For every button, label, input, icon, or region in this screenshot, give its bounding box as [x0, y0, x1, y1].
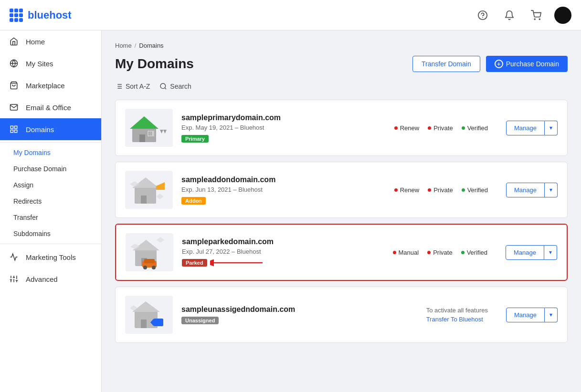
page-header: My Domains Transfer Domain + Purchase Do…: [115, 56, 568, 72]
svg-marker-38: [156, 182, 165, 190]
stat-dot-renew: [394, 126, 398, 130]
domain-actions-parked: Manage ▾: [506, 245, 557, 260]
stat-renew-primary: Renew: [394, 124, 419, 132]
manage-button-unassigned[interactable]: Manage: [506, 308, 545, 322]
home-icon: [10, 37, 20, 46]
sort-label: Sort A-Z: [126, 83, 150, 90]
sidebar-item-advanced-label: Advanced: [26, 275, 58, 283]
sidebar-sub-my-domains[interactable]: My Domains: [0, 144, 101, 161]
manage-caret-unassigned[interactable]: ▾: [545, 308, 558, 322]
search-icon: [159, 83, 167, 90]
svg-rect-55: [154, 319, 163, 326]
logo-grid-icon: [10, 9, 23, 22]
stat-private-addon: Private: [428, 186, 453, 194]
stat-label-renew: Renew: [400, 124, 419, 132]
sidebar-item-marketplace[interactable]: Marketplace: [0, 74, 101, 96]
sidebar-divider-2: [0, 244, 101, 244]
svg-rect-37: [141, 196, 147, 204]
domain-info-addon: sampleaddondomain.com Exp. Jun 13, 2021 …: [181, 175, 386, 205]
sidebar-sub-purchase-domain-label: Purchase Domain: [13, 165, 66, 173]
search-button[interactable]: Search: [159, 81, 191, 92]
manage-caret-primary[interactable]: ▾: [545, 121, 558, 135]
primary-domain-illustration: [127, 111, 170, 145]
parked-badge-row: Parked: [182, 258, 384, 268]
breadcrumb: Home / Domains: [115, 42, 568, 49]
cart-icon[interactable]: [528, 7, 545, 24]
manage-button-primary[interactable]: Manage: [506, 121, 545, 135]
sidebar-sub-subdomains[interactable]: Subdomains: [0, 226, 101, 242]
domain-exp-parked: Exp. Jul 27, 2022 – Bluehost: [182, 248, 384, 255]
purchase-plus-icon: +: [495, 60, 503, 68]
domain-name-addon: sampleaddondomain.com: [181, 175, 386, 184]
svg-point-25: [160, 83, 166, 89]
stat-label-private: Private: [433, 124, 453, 132]
domain-info-unassigned: sampleunassigedndomain.com Unassigned: [181, 305, 418, 324]
stat-dot-manual: [393, 251, 396, 254]
sidebar-item-home[interactable]: Home: [0, 31, 101, 52]
stat-dot-verified: [462, 126, 465, 130]
domain-stats-addon: Renew Private Verified: [394, 186, 488, 194]
manage-caret-parked[interactable]: ▾: [544, 245, 557, 260]
domain-name-unassigned: sampleunassigedndomain.com: [181, 305, 418, 314]
stat-renew-addon: Renew: [394, 186, 419, 194]
sidebar-item-marketing-tools[interactable]: Marketing Tools: [0, 246, 101, 268]
user-avatar[interactable]: [554, 7, 571, 24]
svg-marker-34: [163, 130, 167, 134]
domain-thumb-unassigned: [125, 296, 173, 334]
stat-private-primary: Private: [428, 124, 453, 132]
sidebar-item-advanced[interactable]: Advanced: [0, 268, 101, 290]
svg-marker-28: [130, 116, 158, 129]
sidebar-sub-transfer[interactable]: Transfer: [0, 209, 101, 226]
stat-verified-addon: Verified: [462, 186, 488, 194]
svg-rect-45: [144, 259, 155, 263]
logo-area: bluehost: [10, 9, 474, 22]
domains-icon: [10, 125, 20, 134]
domain-card-addon: sampleaddondomain.com Exp. Jun 13, 2021 …: [115, 162, 568, 218]
addon-domain-illustration: [127, 173, 170, 207]
sidebar-sub-assign[interactable]: Assign: [0, 177, 101, 193]
header-buttons: Transfer Domain + Purchase Domain: [412, 56, 568, 72]
stat-label-private-parked: Private: [433, 249, 452, 256]
my-sites-icon: [10, 59, 20, 68]
svg-marker-40: [156, 194, 164, 199]
domain-exp-primary: Exp. May 19, 2021 – Bluehost: [181, 124, 386, 131]
manage-caret-addon[interactable]: ▾: [545, 183, 558, 197]
domain-stats-parked: Manual Private Verified: [393, 249, 487, 256]
svg-point-3: [539, 19, 540, 20]
sort-button[interactable]: Sort A-Z: [115, 81, 150, 92]
svg-line-26: [165, 88, 166, 89]
logo-text: bluehost: [28, 9, 72, 21]
transfer-to-bluehost-link[interactable]: Transfer To Bluehost: [426, 316, 488, 323]
breadcrumb-home[interactable]: Home: [115, 42, 132, 49]
marketplace-icon: [10, 81, 20, 90]
stat-dot-private: [428, 126, 431, 130]
manage-button-addon[interactable]: Manage: [506, 183, 545, 197]
sidebar-sub-redirects[interactable]: Redirects: [0, 193, 101, 209]
content-inner: Home / Domains My Domains Transfer Domai…: [102, 31, 581, 360]
help-icon[interactable]: [474, 7, 491, 24]
sidebar-item-domains[interactable]: Domains: [0, 118, 101, 140]
top-navigation: bluehost: [0, 0, 581, 31]
domain-name-parked: sampleparkedomain.com: [182, 237, 384, 246]
domain-card-primary: sampleprimarydomain.com Exp. May 19, 202…: [115, 100, 568, 156]
domain-actions-unassigned: Manage ▾: [506, 308, 558, 322]
sidebar-item-home-label: Home: [26, 38, 45, 46]
manage-button-parked[interactable]: Manage: [506, 245, 544, 260]
unassigned-domain-illustration: [127, 298, 170, 332]
sidebar-sub-purchase-domain[interactable]: Purchase Domain: [0, 161, 101, 177]
stat-label-verified: Verified: [467, 124, 488, 132]
notifications-icon[interactable]: [501, 7, 518, 24]
purchase-domain-button[interactable]: + Purchase Domain: [486, 56, 568, 72]
sidebar-item-my-sites[interactable]: My Sites: [0, 52, 101, 74]
domain-actions-primary: Manage ▾: [506, 121, 558, 135]
domain-card-unassigned: sampleunassigedndomain.com Unassigned To…: [115, 287, 568, 343]
stat-dot-private-parked: [427, 251, 431, 254]
unassigned-activate-text: To activate all features: [426, 307, 488, 314]
sidebar-sub-my-domains-label: My Domains: [13, 149, 51, 156]
domain-info-primary: sampleprimarydomain.com Exp. May 19, 202…: [181, 113, 386, 143]
transfer-domain-button[interactable]: Transfer Domain: [412, 56, 480, 72]
sidebar-item-email-office[interactable]: Email & Office: [0, 96, 101, 118]
page-title: My Domains: [115, 56, 194, 72]
stat-label-verified-parked: Verified: [467, 249, 487, 256]
domain-name-primary: sampleprimarydomain.com: [181, 113, 386, 122]
